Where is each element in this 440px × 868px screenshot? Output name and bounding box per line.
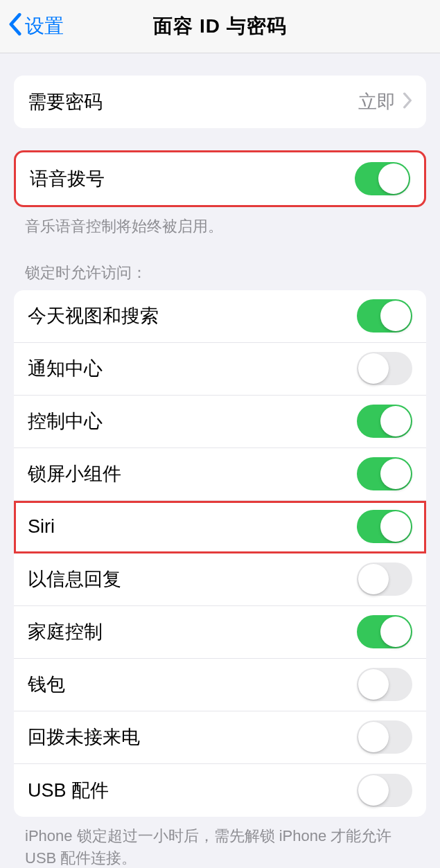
toggle-knob [358, 564, 389, 594]
toggle-knob [380, 406, 411, 436]
toggle[interactable] [357, 720, 412, 754]
voice-dial-group: 语音拨号 [14, 150, 426, 207]
lock-access-row: 控制中心 [14, 396, 426, 448]
lock-access-row: 钱包 [14, 659, 426, 711]
page-title: 面容 ID 与密码 [153, 13, 287, 39]
lock-access-header: 锁定时允许访问： [25, 263, 415, 283]
row-label: 以信息回复 [28, 567, 121, 592]
lock-access-row: 通知中心 [14, 343, 426, 396]
toggle[interactable] [357, 774, 412, 807]
toggle-knob [358, 669, 389, 700]
row-label: 控制中心 [28, 409, 103, 434]
row-label: 需要密码 [28, 89, 103, 114]
lock-access-row: 今天视图和搜索 [14, 290, 426, 343]
require-passcode-row[interactable]: 需要密码 立即 [14, 76, 426, 128]
toggle[interactable] [357, 563, 412, 596]
row-label: 通知中心 [28, 356, 103, 381]
row-label: 家庭控制 [28, 619, 103, 644]
toggle-knob [380, 511, 411, 542]
nav-bar: 设置 面容 ID 与密码 [0, 0, 440, 53]
voice-dial-footer: 音乐语音控制将始终被启用。 [25, 215, 415, 238]
back-button[interactable]: 设置 [8, 12, 64, 41]
lock-access-row: 以信息回复 [14, 553, 426, 606]
toggle[interactable] [357, 352, 412, 385]
toggle-knob [380, 301, 411, 331]
toggle[interactable] [357, 668, 412, 701]
row-label: 锁屏小组件 [28, 461, 121, 486]
toggle-knob [358, 775, 389, 806]
row-label: 今天视图和搜索 [28, 303, 159, 328]
row-value: 立即 [358, 89, 396, 114]
lock-access-row: 回拨未接来电 [14, 711, 426, 764]
voice-dial-row: 语音拨号 [16, 152, 424, 205]
toggle[interactable] [357, 510, 412, 543]
row-label: USB 配件 [28, 778, 109, 803]
back-label: 设置 [25, 13, 64, 39]
passcode-group: 需要密码 立即 [14, 76, 426, 128]
row-label: Siri [28, 516, 55, 538]
toggle-knob [380, 617, 411, 647]
row-label: 语音拨号 [30, 166, 105, 191]
content: 需要密码 立即 语音拨号 音乐语音控制将始终被启用。 锁定时允许访问： 今天视图… [0, 76, 440, 868]
lock-access-row: 家庭控制 [14, 606, 426, 659]
row-label: 回拨未接来电 [28, 725, 140, 750]
toggle[interactable] [357, 299, 412, 333]
toggle-knob [378, 163, 409, 194]
toggle-knob [380, 459, 411, 489]
lock-access-row: 锁屏小组件 [14, 448, 426, 501]
lock-access-row: USB 配件 [14, 764, 426, 817]
toggle-knob [358, 722, 389, 752]
lock-access-footer: iPhone 锁定超过一小时后，需先解锁 iPhone 才能允许 USB 配件连… [25, 825, 415, 868]
lock-access-group: 今天视图和搜索通知中心控制中心锁屏小组件Siri以信息回复家庭控制钱包回拨未接来… [14, 290, 426, 817]
toggle[interactable] [357, 457, 412, 490]
lock-access-row: Siri [14, 501, 426, 553]
toggle-knob [358, 353, 389, 384]
chevron-left-icon [8, 12, 22, 41]
row-label: 钱包 [28, 672, 65, 697]
chevron-right-icon [403, 92, 412, 112]
toggle[interactable] [357, 615, 412, 648]
row-right: 立即 [358, 89, 412, 114]
toggle[interactable] [357, 405, 412, 438]
voice-dial-toggle[interactable] [355, 162, 410, 195]
